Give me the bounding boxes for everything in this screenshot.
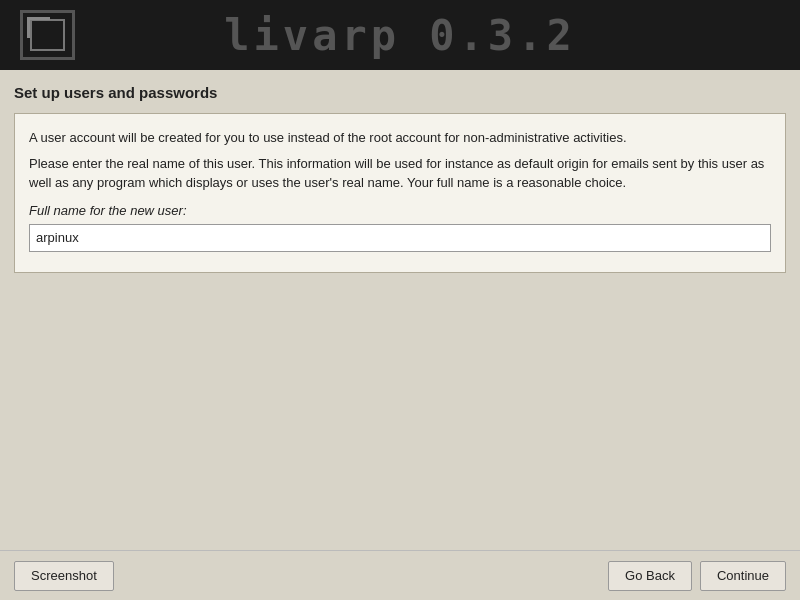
footer: Screenshot Go Back Continue (0, 550, 800, 600)
svg-rect-0 (31, 20, 64, 50)
logo (20, 10, 75, 60)
description: A user account will be created for you t… (29, 128, 771, 193)
go-back-button[interactable]: Go Back (608, 561, 692, 591)
description-line1: A user account will be created for you t… (29, 128, 771, 148)
continue-button[interactable]: Continue (700, 561, 786, 591)
main-content: Set up users and passwords A user accoun… (0, 70, 800, 283)
app-title: livarp 0.3.2 (75, 11, 725, 60)
fullname-input[interactable] (29, 224, 771, 252)
screenshot-button[interactable]: Screenshot (14, 561, 114, 591)
description-line2: Please enter the real name of this user.… (29, 154, 771, 193)
footer-right: Go Back Continue (608, 561, 786, 591)
header: livarp 0.3.2 (0, 0, 800, 70)
page-title: Set up users and passwords (14, 84, 786, 101)
field-label: Full name for the new user: (29, 203, 771, 218)
form-box: A user account will be created for you t… (14, 113, 786, 273)
